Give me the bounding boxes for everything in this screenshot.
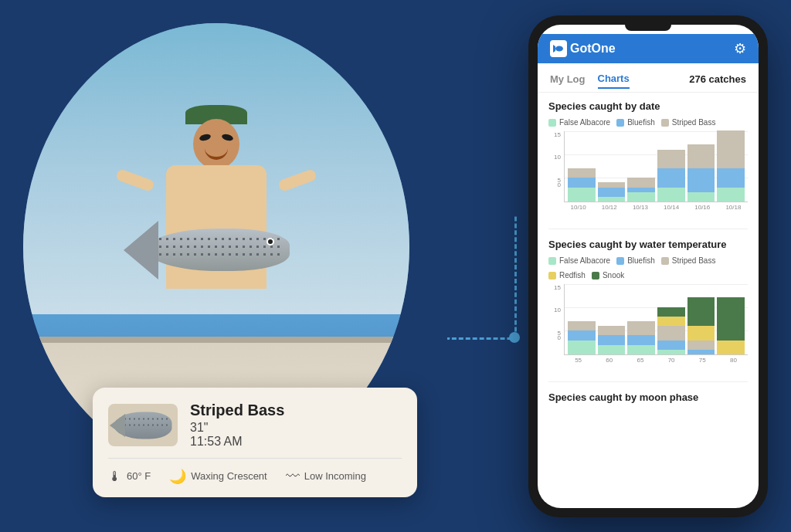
bar-75-bluefish	[687, 350, 715, 354]
y-axis-date: 15 10 5 0	[548, 131, 562, 202]
bar-1018-striped	[717, 130, 745, 168]
bar-65	[627, 321, 655, 354]
bar-70-bluefish	[657, 341, 685, 350]
bar-65-striped	[627, 321, 655, 335]
fish-tail	[124, 221, 158, 280]
phone-notch	[625, 25, 671, 31]
bar-1014-bluefish	[657, 168, 685, 188]
fish-body	[147, 229, 290, 271]
chart-by-moon: Species caught by moon phase	[548, 391, 748, 403]
left-arm	[115, 168, 155, 192]
bar-1016	[687, 144, 715, 202]
y-label-10-temp: 10	[554, 307, 561, 313]
boat-rail	[23, 337, 409, 343]
tab-my-log[interactable]: My Log	[550, 70, 586, 88]
fish-info-text: Striped Bass 31" 11:53 AM	[190, 402, 402, 449]
legend-dot-bluefish	[616, 119, 624, 127]
divider-2	[548, 381, 748, 382]
legend-dot-snook-temp	[592, 272, 599, 280]
temperature-item: 🌡 60° F	[108, 469, 151, 485]
svg-point-0	[555, 46, 563, 52]
fish-eye	[266, 238, 274, 246]
smile	[205, 148, 228, 160]
legend-bluefish-temp: Bluefish	[616, 256, 655, 265]
grid-line-15-temp	[565, 284, 748, 285]
x-label-1010: 10/10	[564, 204, 592, 211]
bar-70	[657, 307, 685, 354]
fish-time: 11:53 AM	[190, 435, 243, 448]
bar-1014	[657, 150, 685, 202]
bar-1016-albacore	[687, 192, 715, 202]
app-header: GotOne ⚙	[538, 34, 759, 63]
chart-by-temp: Species caught by water temperature Fals…	[548, 239, 748, 369]
temperature-icon: 🌡	[108, 469, 122, 485]
bar-1013	[627, 178, 655, 202]
fish-stripes-3	[154, 253, 282, 256]
x-axis-temp: 55 60 65 70 75 80	[564, 355, 748, 364]
fish-thumbnail	[108, 404, 178, 446]
bar-1016-striped	[687, 144, 715, 168]
info-card: Striped Bass 31" 11:53 AM 🌡 60° F 🌙 Waxi…	[93, 388, 417, 497]
bar-80-snook	[717, 297, 745, 340]
tide-item: 〰 Low Incoming	[286, 469, 366, 485]
x-label-70: 70	[657, 357, 686, 364]
x-label-1018: 10/18	[719, 204, 748, 211]
logo-icon	[550, 40, 567, 57]
legend-bluefish: Bluefish	[616, 118, 655, 127]
legend-striped-temp: Striped Bass	[661, 256, 716, 265]
bar-1012	[598, 182, 626, 202]
app-content: Species caught by date False Albacore Bl…	[538, 93, 759, 508]
x-label-75: 75	[688, 357, 717, 364]
legend-label-snook-temp: Snook	[603, 271, 624, 280]
chart-by-moon-title: Species caught by moon phase	[548, 391, 748, 403]
app-name: GotOne	[570, 42, 616, 56]
x-label-55: 55	[564, 357, 592, 364]
bar-1018	[717, 130, 745, 202]
legend-snook-temp: Snook	[592, 271, 624, 280]
temp-bars	[565, 297, 748, 354]
bar-1016-bluefish	[687, 168, 715, 192]
app-logo: GotOne	[550, 40, 616, 57]
legend-striped-bass: Striped Bass	[661, 118, 716, 127]
phone-mockup: GotOne ⚙ My Log Charts 276 catches Speci…	[528, 15, 768, 517]
tab-charts[interactable]: Charts	[598, 69, 630, 89]
y-axis-temp: 15 10 5 0	[548, 284, 562, 355]
info-card-bottom: 🌡 60° F 🌙 Waxing Crescent 〰 Low Incoming	[108, 458, 402, 485]
bar-55	[568, 321, 596, 354]
bar-60	[598, 326, 626, 354]
temp-chart-container: 15 10 5 0	[548, 284, 748, 369]
dashed-connector	[447, 216, 517, 340]
y-label-15-temp: 15	[554, 284, 561, 291]
logo-fish-icon	[553, 43, 564, 54]
chart-by-temp-title: Species caught by water temperature	[548, 239, 748, 250]
legend-dot-bluefish-temp	[616, 257, 624, 265]
legend-false-albacore: False Albacore	[548, 118, 610, 127]
bar-65-bluefish	[627, 335, 655, 344]
tide-icon: 〰	[286, 469, 300, 485]
bar-75-snook	[687, 297, 715, 326]
legend-label-bluefish: Bluefish	[627, 118, 655, 127]
bar-1010-bluefish	[568, 178, 596, 187]
settings-gear-icon[interactable]: ⚙	[734, 40, 746, 57]
chart-by-date: Species caught by date False Albacore Bl…	[548, 100, 748, 216]
sunglasses	[199, 133, 212, 142]
bar-1018-bluefish	[717, 168, 745, 188]
fish-stripes-2	[154, 246, 282, 248]
x-label-80: 80	[719, 357, 748, 364]
legend-dot-albacore	[548, 119, 556, 127]
temp-chart-area	[564, 284, 748, 355]
bar-55-striped	[568, 321, 596, 330]
x-label-1012: 10/12	[595, 204, 623, 211]
bar-1013-striped	[627, 178, 655, 187]
legend-label-bluefish-temp: Bluefish	[627, 256, 655, 265]
catches-count: 276 catches	[689, 73, 746, 85]
info-card-top: Striped Bass 31" 11:53 AM	[108, 402, 402, 449]
phone-screen: GotOne ⚙ My Log Charts 276 catches Speci…	[538, 25, 759, 508]
legend-label-redfish-temp: Redfish	[559, 271, 586, 280]
x-label-1014: 10/14	[657, 204, 686, 211]
bar-1018-albacore	[717, 188, 745, 202]
x-label-1013: 10/13	[626, 204, 654, 211]
right-arm	[277, 168, 317, 192]
tide-text: Low Incoming	[304, 470, 366, 483]
legend-dot-striped-temp	[661, 257, 669, 265]
